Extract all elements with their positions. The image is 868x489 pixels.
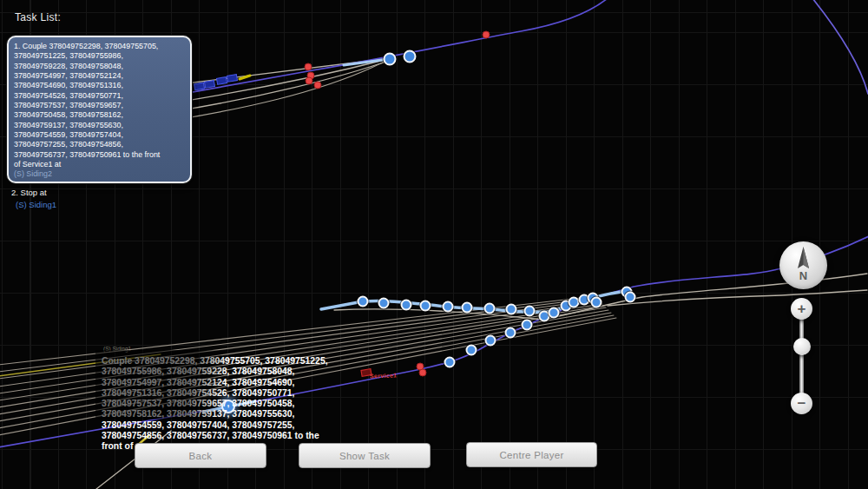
wagon-marker (549, 307, 560, 319)
track-line (608, 290, 867, 306)
tooltip-dim-shade (95, 350, 226, 420)
wagon-marker (378, 298, 390, 309)
alert-marker (419, 369, 427, 377)
alert-marker (305, 63, 312, 71)
alert-marker (483, 31, 490, 39)
compass: N (779, 241, 827, 289)
alert-marker (314, 82, 322, 89)
task2-description: 2. Stop at (11, 188, 47, 197)
page-title: Task List: (15, 11, 61, 23)
loco-marker (404, 50, 417, 63)
task1-location-link[interactable]: (S) Siding2 (14, 169, 185, 179)
wagon-marker (466, 345, 477, 356)
back-button[interactable]: Back (135, 443, 266, 468)
task-list-panel: 1. Couple 378049752298, 378049755705, 37… (7, 36, 192, 183)
task2-location-link[interactable]: (S) Siding1 (16, 200, 56, 209)
wagon-marker (358, 296, 369, 307)
zoom-out-button[interactable]: − (791, 393, 812, 414)
wagon-marker (625, 292, 636, 303)
task1-description: 1. Couple 378049752298, 378049755705, 37… (14, 42, 185, 169)
wagon-marker (462, 302, 473, 314)
wagon-marker (506, 304, 517, 315)
wagon-marker (524, 306, 536, 317)
service1-label: Service1 (370, 372, 397, 379)
wagon-marker (591, 297, 602, 308)
zoom-slider-track (799, 307, 804, 403)
wagon-marker (522, 320, 533, 331)
route-line-loop (812, 0, 868, 94)
loco-marker (384, 53, 397, 66)
wagon-marker (444, 357, 456, 368)
centre-player-button[interactable]: Centre Player (466, 442, 597, 467)
wagon-marker (420, 301, 431, 312)
show-task-button[interactable]: Show Task (299, 443, 431, 468)
compass-north-label: N (779, 269, 827, 282)
wagon-marker (505, 327, 516, 339)
wagon-marker (484, 303, 496, 314)
wagon-marker (401, 300, 412, 311)
wagon-marker (485, 335, 496, 347)
zoom-in-button[interactable]: + (791, 298, 812, 320)
wagon-marker (443, 301, 454, 313)
alert-marker (306, 77, 313, 85)
zoom-slider-handle[interactable] (793, 338, 811, 355)
